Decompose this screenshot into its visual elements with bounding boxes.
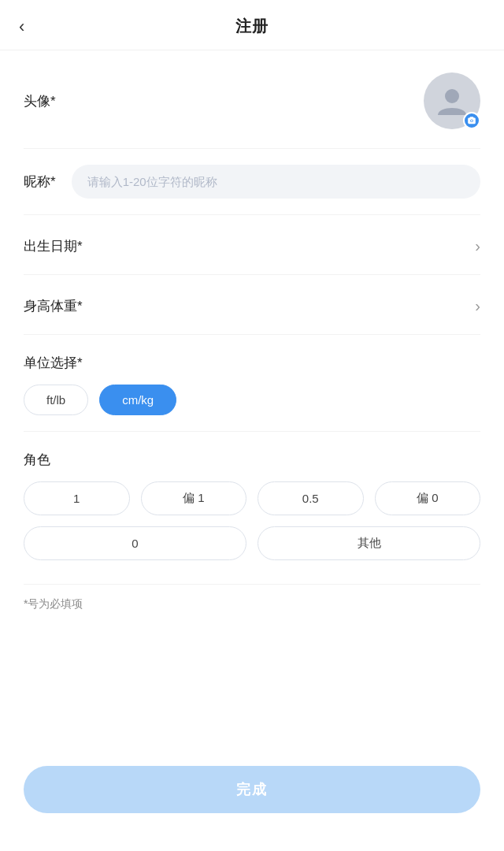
svg-point-0 bbox=[445, 89, 459, 103]
unit-label: 单位选择* bbox=[24, 354, 480, 372]
bottom-area: 完成 bbox=[24, 766, 480, 813]
camera-badge[interactable] bbox=[463, 112, 480, 129]
birthday-row[interactable]: 出生日期* › bbox=[24, 215, 480, 275]
birthday-label: 出生日期* bbox=[24, 237, 83, 255]
role-btn-0[interactable]: 0 bbox=[24, 526, 246, 560]
unit-btn-cmkg[interactable]: cm/kg bbox=[99, 385, 176, 415]
nickname-input[interactable] bbox=[72, 165, 480, 199]
height-weight-label: 身高体重* bbox=[24, 297, 83, 315]
content-area: 头像* 昵称* 出生日期* › bbox=[0, 50, 504, 618]
page-title: 注册 bbox=[235, 16, 269, 37]
nickname-label: 昵称* bbox=[24, 173, 56, 191]
role-section: 角色 1 偏 1 0.5 偏 0 0 其他 bbox=[24, 432, 480, 585]
unit-buttons-group: ft/lb cm/kg bbox=[24, 385, 480, 415]
required-note: *号为必填项 bbox=[24, 585, 480, 618]
birthday-chevron-icon: › bbox=[475, 237, 480, 255]
role-btn-05[interactable]: 0.5 bbox=[258, 481, 364, 515]
avatar-placeholder-icon bbox=[435, 84, 469, 118]
role-row-1: 1 偏 1 0.5 偏 0 bbox=[24, 481, 480, 515]
height-weight-chevron-icon: › bbox=[475, 297, 480, 315]
role-btn-pian0[interactable]: 偏 0 bbox=[375, 481, 481, 515]
top-bar: ‹ 注册 bbox=[0, 0, 504, 50]
role-btn-1[interactable]: 1 bbox=[24, 481, 130, 515]
role-btn-other[interactable]: 其他 bbox=[258, 526, 480, 560]
nickname-section: 昵称* bbox=[24, 149, 480, 215]
role-row-2: 0 其他 bbox=[24, 526, 480, 560]
avatar-upload[interactable] bbox=[424, 72, 480, 129]
unit-section: 单位选择* ft/lb cm/kg bbox=[24, 335, 480, 432]
submit-button[interactable]: 完成 bbox=[24, 766, 480, 813]
role-btn-pian1[interactable]: 偏 1 bbox=[141, 481, 247, 515]
avatar-label: 头像* bbox=[24, 92, 56, 110]
svg-point-2 bbox=[471, 120, 472, 121]
height-weight-row[interactable]: 身高体重* › bbox=[24, 275, 480, 335]
role-label: 角色 bbox=[24, 451, 480, 469]
camera-icon bbox=[467, 116, 476, 125]
unit-btn-ftlb[interactable]: ft/lb bbox=[24, 385, 88, 415]
avatar-section: 头像* bbox=[24, 50, 480, 149]
back-button[interactable]: ‹ bbox=[19, 18, 24, 35]
